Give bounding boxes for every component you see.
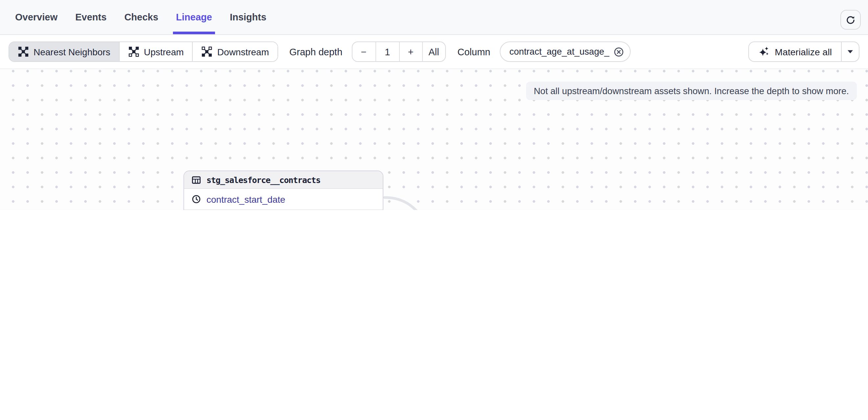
- depth-notice-banner: Not all upstream/downstream assets shown…: [526, 82, 857, 100]
- table-icon: [191, 175, 201, 185]
- view-mode-group: Nearest Neighbors Upstream: [8, 41, 278, 62]
- materialize-all-label: Materialize all: [775, 47, 832, 57]
- node-timestamp: Apr 14, 11:15 PM: [184, 209, 383, 210]
- tab-checks[interactable]: Checks: [124, 0, 158, 34]
- clock-icon: [191, 194, 201, 204]
- node-title: stg_salesforce__contracts: [207, 175, 320, 185]
- view-mode-upstream[interactable]: Upstream: [119, 42, 192, 61]
- node-stg-salesforce-contracts[interactable]: stg_salesforce__contracts contract_start…: [183, 170, 383, 210]
- view-mode-nearest-neighbors[interactable]: Nearest Neighbors: [9, 42, 119, 61]
- tab-lineage[interactable]: Lineage: [176, 0, 212, 34]
- view-mode-label: Nearest Neighbors: [34, 47, 110, 57]
- depth-increment-button[interactable]: +: [399, 42, 422, 61]
- caret-down-icon: [847, 49, 854, 54]
- materialize-dropdown-button[interactable]: [842, 41, 860, 62]
- lineage-toolbar: Nearest Neighbors Upstream: [0, 35, 868, 69]
- view-mode-label: Downstream: [217, 47, 269, 57]
- node-column-row[interactable]: contract_start_date: [184, 189, 383, 209]
- depth-all-button[interactable]: All: [422, 42, 445, 61]
- sparkles-icon: [758, 46, 770, 57]
- lineage-page: Overview Events Checks Lineage Insights: [0, 0, 868, 210]
- refresh-icon: [846, 15, 856, 25]
- tab-insights[interactable]: Insights: [230, 0, 266, 34]
- node-header: stg_salesforce__contracts: [184, 171, 383, 189]
- column-filter-pill[interactable]: contract_age_at_usage_: [499, 41, 630, 62]
- refresh-button[interactable]: [840, 10, 861, 30]
- column-name: contract_start_date: [207, 194, 285, 204]
- view-mode-label: Upstream: [144, 47, 183, 57]
- nearest-neighbors-icon: [18, 46, 29, 57]
- column-filter-label: Column: [457, 47, 490, 57]
- tab-events[interactable]: Events: [75, 0, 106, 34]
- materialize-all-button[interactable]: Materialize all: [749, 41, 842, 62]
- graph-depth-control: − 1 + All: [351, 41, 445, 62]
- depth-value: 1: [375, 42, 399, 61]
- header-tab-bar: Overview Events Checks Lineage Insights: [0, 0, 868, 35]
- tab-overview[interactable]: Overview: [15, 0, 58, 34]
- close-circle-icon[interactable]: [613, 47, 624, 57]
- lineage-canvas[interactable]: Not all upstream/downstream assets shown…: [0, 69, 868, 210]
- graph-depth-label: Graph depth: [289, 47, 342, 57]
- view-mode-downstream[interactable]: Downstream: [192, 42, 278, 61]
- materialize-split-button: Materialize all: [749, 41, 860, 62]
- downstream-icon: [202, 46, 213, 57]
- upstream-icon: [128, 46, 139, 57]
- depth-decrement-button[interactable]: −: [352, 42, 375, 61]
- column-filter-value: contract_age_at_usage_: [509, 47, 609, 57]
